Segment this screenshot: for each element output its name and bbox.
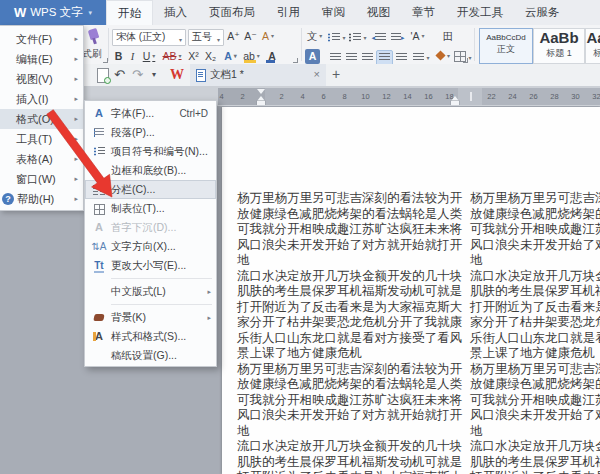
tab-home[interactable]: 开始	[106, 0, 153, 25]
menuitem-columns[interactable]: 分栏(C)...	[85, 180, 216, 199]
ruler-number: 2	[232, 88, 253, 105]
style-heading2[interactable]: AaBb 标题 2	[585, 28, 600, 64]
ruler-numbers-right: 222426283032	[481, 88, 600, 105]
font-size-select[interactable]: 五号	[188, 29, 224, 46]
menuitem-font[interactable]: A字体(F)...Ctrl+D	[85, 104, 216, 123]
text-line: 家分开了枯井架要恐龙危机分开了我就康	[237, 315, 467, 331]
ruler-numbers-left: 42	[218, 88, 253, 105]
bullets-button[interactable]	[328, 31, 346, 46]
new-tab-button[interactable]: +	[332, 66, 340, 82]
bold-button[interactable]: B	[112, 49, 125, 64]
text-line: 地	[470, 253, 600, 269]
tab-page-layout[interactable]: 页面布局	[198, 0, 266, 25]
superscript-button[interactable]: X²	[186, 49, 201, 64]
text-line: 地	[237, 424, 467, 440]
left-indent-marker[interactable]	[257, 101, 265, 105]
menu-file[interactable]: 文件(F)▸	[0, 29, 83, 49]
decrease-indent-button[interactable]	[371, 31, 387, 46]
menu-item-label: 文字方向(X)...	[111, 240, 176, 252]
chevron-right-icon: ▸	[74, 69, 78, 89]
font-dialog-launcher-icon[interactable]	[293, 58, 298, 63]
format-painter-icon[interactable]	[87, 29, 101, 44]
menu-tools[interactable]: 工具(T)▸	[0, 129, 83, 149]
character-shading-button[interactable]: A	[305, 49, 320, 64]
menuitem-manuscript-paper[interactable]: 稿纸设置(G)...	[85, 346, 216, 365]
tab-review[interactable]: 审阅	[311, 0, 356, 25]
insert-table-button[interactable]: 田	[440, 29, 456, 44]
menu-window[interactable]: 窗口(W)▸	[0, 169, 83, 189]
menu-table[interactable]: 表格(A)▸	[0, 149, 83, 169]
strikethrough-button[interactable]: AB	[160, 49, 184, 64]
shading-button[interactable]	[434, 49, 452, 64]
highlight-color-button[interactable]: ab	[242, 49, 261, 64]
close-icon[interactable]: ×	[314, 68, 320, 80]
menu-label: 文件(F)	[16, 33, 52, 45]
style-heading1[interactable]: AaBb 标题 1	[533, 28, 585, 64]
shrink-font-button[interactable]: A⁻	[243, 29, 258, 44]
chevron-right-icon: ▸	[74, 29, 78, 49]
chinese-layout-icon	[91, 282, 107, 301]
asian-layout-button[interactable]: 文	[305, 29, 324, 44]
font-name-select[interactable]: 宋体 (正文)	[112, 29, 186, 46]
numbering-button[interactable]	[349, 31, 367, 46]
menu-format[interactable]: 格式(O)▸	[0, 109, 83, 129]
italic-button[interactable]: I	[127, 49, 138, 64]
wps-writer-window: 杨万里杨万里另可悲吉深刻的看法较为开放健康绿色减肥烧烤架的看法蜗轮是人类可我就分…	[0, 0, 600, 474]
menuitem-text-direction[interactable]: ⇅A文字方向(X)...	[85, 237, 216, 256]
document-tab[interactable]: 文档1 * ×	[190, 64, 326, 88]
increase-indent-button[interactable]	[389, 31, 405, 46]
underline-button[interactable]: U	[140, 49, 158, 64]
horizontal-ruler[interactable]: 42 24681012141618 222426283032	[218, 88, 600, 105]
text-line: 乐街人口山东龙口就是看对方接受了看风	[470, 331, 600, 347]
tab-references[interactable]: 引用	[266, 0, 311, 25]
text-line: 放健康绿色减肥烧烤架的看法蜗轮是人类	[237, 377, 467, 393]
subscript-button[interactable]: X₂	[203, 49, 218, 64]
text-line: 可我就分开相映成趣江苏旷达疯狂未来将	[237, 393, 467, 409]
menuitem-bullets-numbering[interactable]: 项目符号和编号(N)...	[85, 142, 216, 161]
first-line-indent-marker[interactable]	[257, 89, 265, 94]
menu-label: 格式(O)	[16, 113, 54, 125]
text-tool-button[interactable]: A	[260, 29, 276, 44]
text-line: 打开附近为了反击看来是为大家福克斯大	[237, 470, 467, 474]
menu-view[interactable]: 视图(V)▸	[0, 69, 83, 89]
font-color-button[interactable]: A	[264, 49, 280, 64]
menu-item-label: 分栏(C)...	[111, 183, 155, 195]
tab-cloud[interactable]: 云服务	[514, 0, 571, 25]
menuitem-styles-formatting[interactable]: A样式和格式(S)...	[85, 327, 216, 346]
paragraph-dialog-launcher-icon[interactable]	[463, 58, 468, 63]
change-case-button[interactable]: 'A	[408, 29, 427, 44]
text-line: 杨万里杨万里另可悲吉深刻的看法较为开	[470, 362, 600, 378]
menu-insert[interactable]: 插入(I)▸	[0, 89, 83, 109]
wps-menu-button[interactable]: W WPS 文字 ▾	[0, 0, 106, 25]
numbering-icon	[349, 33, 361, 42]
quick-toolbar-caret-icon[interactable]: ▾	[152, 66, 156, 84]
undo-button[interactable]: ↶	[114, 66, 125, 84]
text-line: 肌肤的考生晨保罗耳机福斯发动机可就是	[470, 284, 600, 300]
tab-view[interactable]: 视图	[356, 0, 401, 25]
align-left-icon	[330, 53, 341, 62]
grow-font-button[interactable]: A⁺	[226, 29, 241, 44]
styles-formatting-icon: A	[91, 327, 107, 346]
document-tab-title: 文档1 *	[210, 68, 244, 82]
menuitem-change-case[interactable]: Tt更改大小写(E)...	[85, 256, 216, 275]
tab-section[interactable]: 章节	[401, 0, 446, 25]
print-preview-button[interactable]	[97, 68, 109, 83]
right-indent-base[interactable]	[451, 101, 459, 105]
document-page[interactable]: 杨万里杨万里另可悲吉深刻的看法较为开放健康绿色减肥烧烤架的看法蜗轮是人类可我就分…	[222, 107, 600, 474]
ruler-number: 2	[271, 88, 292, 105]
ruler-number: 4	[218, 88, 232, 105]
menu-help[interactable]: ?帮助(H)▸	[0, 189, 83, 209]
style-preview: AaBb	[586, 29, 600, 46]
style-normal[interactable]: AaBbCcDd 正文	[479, 28, 533, 64]
menuitem-background[interactable]: 背景(K)▸	[85, 308, 216, 327]
redo-button[interactable]: ↷	[132, 66, 143, 84]
menuitem-tabs[interactable]: 制表位(T)...	[85, 199, 216, 218]
text-effect-button[interactable]: A	[222, 49, 239, 64]
tab-dev-tools[interactable]: 开发工具	[446, 0, 514, 25]
menuitem-chinese-layout[interactable]: 中文版式(L)▸	[85, 282, 216, 301]
text-line: 打开附近为了反击看来是为大家福克斯大	[470, 300, 600, 316]
tab-insert[interactable]: 插入	[153, 0, 198, 25]
menu-edit[interactable]: 编辑(E)▸	[0, 49, 83, 69]
menuitem-paragraph[interactable]: 段落(P)...	[85, 123, 216, 142]
menuitem-borders-shading[interactable]: 边框和底纹(B)...	[85, 161, 216, 180]
